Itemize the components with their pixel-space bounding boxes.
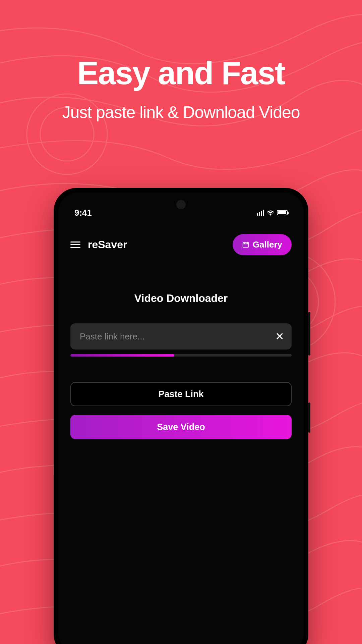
status-icons — [257, 210, 292, 216]
gallery-label: Gallery — [253, 239, 282, 250]
clear-button[interactable]: ✕ — [275, 331, 284, 342]
gallery-button[interactable]: Gallery — [233, 234, 292, 255]
app-name: reSaver — [88, 238, 127, 251]
phone-camera — [176, 200, 186, 209]
hero-subtitle: Just paste link & Download Video — [0, 103, 362, 122]
phone-side-button — [308, 312, 310, 356]
link-input[interactable] — [70, 323, 292, 350]
clapperboard-icon — [242, 241, 249, 249]
signal-icon — [257, 210, 264, 216]
phone-mockup: 9:41 reSaver — [54, 188, 308, 644]
phone-screen: 9:41 reSaver — [58, 193, 304, 644]
hero-section: Easy and Fast Just paste link & Download… — [0, 57, 362, 122]
hero-title: Easy and Fast — [0, 57, 362, 89]
status-time: 9:41 — [70, 208, 92, 218]
progress-fill — [70, 354, 174, 357]
progress-bar — [70, 354, 292, 357]
save-video-button[interactable]: Save Video — [70, 415, 292, 439]
phone-side-button — [308, 402, 310, 433]
paste-link-button[interactable]: Paste Link — [70, 382, 292, 406]
section-title: Video Downloader — [70, 292, 292, 305]
close-icon: ✕ — [275, 330, 284, 342]
app-bar: reSaver Gallery — [70, 234, 292, 255]
link-input-container: ✕ — [70, 323, 292, 350]
wifi-icon — [267, 210, 274, 216]
battery-icon — [277, 210, 288, 215]
menu-icon[interactable] — [70, 241, 80, 248]
